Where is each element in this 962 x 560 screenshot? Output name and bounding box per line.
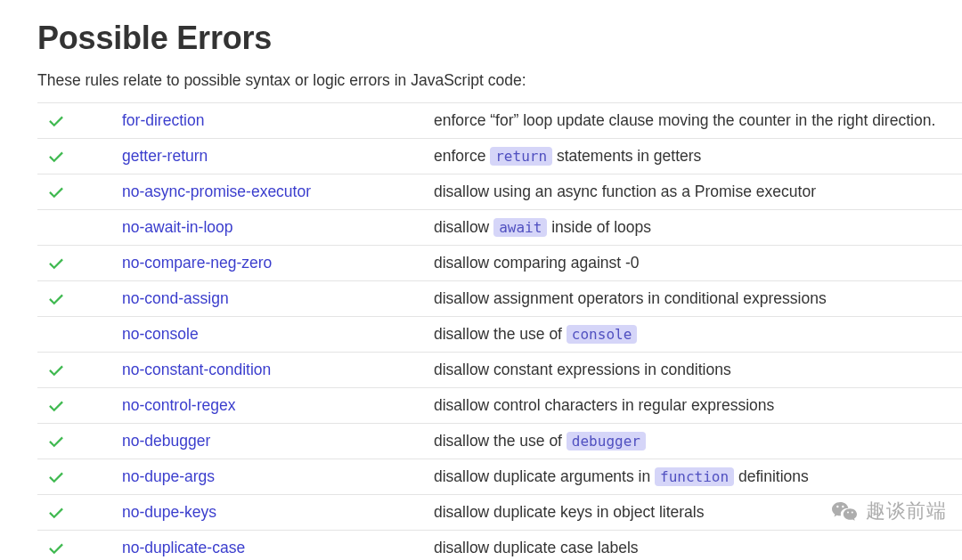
- rule-name-cell: no-console: [122, 317, 434, 353]
- check-icon: [48, 396, 64, 414]
- table-row: no-dupe-argsdisallow duplicate arguments…: [37, 459, 962, 495]
- recommended-cell: [37, 174, 122, 210]
- rule-description: disallow the use of console: [434, 317, 962, 353]
- rule-link[interactable]: no-dupe-args: [122, 467, 215, 485]
- code-keyword: await: [493, 218, 547, 237]
- recommended-cell: [37, 210, 122, 246]
- rule-link[interactable]: no-duplicate-case: [122, 539, 245, 556]
- check-icon: [48, 183, 64, 200]
- rule-link[interactable]: no-dupe-keys: [122, 503, 216, 521]
- code-keyword: function: [655, 467, 734, 486]
- rule-name-cell: no-async-promise-executor: [122, 174, 434, 210]
- rule-description: disallow duplicate arguments in function…: [434, 459, 962, 495]
- rule-description: enforce “for” loop update clause moving …: [434, 103, 962, 139]
- rules-table: for-directionenforce “for” loop update c…: [37, 102, 962, 560]
- rule-description: disallow comparing against -0: [434, 246, 962, 281]
- watermark-text: 趣谈前端: [866, 498, 946, 524]
- rule-name-cell: no-dupe-args: [122, 459, 434, 495]
- section-lead: These rules relate to possible syntax or…: [37, 71, 962, 90]
- recommended-cell: [37, 246, 122, 281]
- rule-description: enforce return statements in getters: [434, 139, 962, 174]
- rule-name-cell: for-direction: [122, 103, 434, 139]
- rule-name-cell: no-constant-condition: [122, 353, 434, 388]
- rule-link[interactable]: no-compare-neg-zero: [122, 254, 272, 272]
- table-row: no-compare-neg-zerodisallow comparing ag…: [37, 246, 962, 281]
- rule-link[interactable]: no-constant-condition: [122, 361, 271, 378]
- recommended-cell: [37, 495, 122, 531]
- rule-link[interactable]: no-console: [122, 325, 199, 343]
- check-icon: [48, 254, 64, 272]
- rule-link[interactable]: no-await-in-loop: [122, 218, 233, 236]
- table-row: no-duplicate-casedisallow duplicate case…: [37, 531, 962, 561]
- rule-description: disallow await inside of loops: [434, 210, 962, 246]
- rule-link[interactable]: no-debugger: [122, 432, 210, 450]
- watermark: 趣谈前端: [830, 497, 946, 525]
- rule-name-cell: no-await-in-loop: [122, 210, 434, 246]
- table-row: no-constant-conditiondisallow constant e…: [37, 353, 962, 388]
- recommended-cell: [37, 388, 122, 424]
- rule-description: disallow assignment operators in conditi…: [434, 281, 962, 317]
- rule-description: disallow duplicate case labels: [434, 531, 962, 561]
- code-keyword: return: [490, 147, 552, 166]
- rule-description: disallow the use of debugger: [434, 424, 962, 459]
- rule-link[interactable]: for-direction: [122, 111, 204, 129]
- recommended-cell: [37, 353, 122, 388]
- check-icon: [48, 361, 64, 378]
- rule-name-cell: no-compare-neg-zero: [122, 246, 434, 281]
- rule-description: disallow control characters in regular e…: [434, 388, 962, 424]
- recommended-cell: [37, 317, 122, 353]
- table-row: no-await-in-loopdisallow await inside of…: [37, 210, 962, 246]
- recommended-cell: [37, 424, 122, 459]
- rule-description: disallow constant expressions in conditi…: [434, 353, 962, 388]
- recommended-cell: [37, 103, 122, 139]
- recommended-cell: [37, 531, 122, 561]
- table-row: no-cond-assigndisallow assignment operat…: [37, 281, 962, 317]
- table-row: no-dupe-keysdisallow duplicate keys in o…: [37, 495, 962, 531]
- code-keyword: debugger: [567, 432, 646, 450]
- recommended-cell: [37, 281, 122, 317]
- page-heading: Possible Errors: [37, 20, 962, 57]
- rule-link[interactable]: no-control-regex: [122, 396, 235, 414]
- rule-name-cell: no-control-regex: [122, 388, 434, 424]
- rule-link[interactable]: no-async-promise-executor: [122, 183, 311, 200]
- rule-link[interactable]: getter-return: [122, 147, 208, 165]
- table-row: getter-returnenforce return statements i…: [37, 139, 962, 174]
- table-row: no-async-promise-executordisallow using …: [37, 174, 962, 210]
- check-icon: [48, 539, 64, 556]
- rule-name-cell: no-dupe-keys: [122, 495, 434, 531]
- rule-name-cell: getter-return: [122, 139, 434, 174]
- recommended-cell: [37, 459, 122, 495]
- rule-description: disallow using an async function as a Pr…: [434, 174, 962, 210]
- wechat-icon: [830, 497, 859, 525]
- check-icon: [48, 289, 64, 307]
- rule-link[interactable]: no-cond-assign: [122, 289, 229, 307]
- check-icon: [48, 111, 64, 129]
- check-icon: [48, 432, 64, 450]
- check-icon: [48, 147, 64, 165]
- rule-name-cell: no-cond-assign: [122, 281, 434, 317]
- table-row: no-consoledisallow the use of console: [37, 317, 962, 353]
- rule-name-cell: no-debugger: [122, 424, 434, 459]
- recommended-cell: [37, 139, 122, 174]
- code-keyword: console: [567, 325, 637, 344]
- check-icon: [48, 467, 64, 485]
- table-row: no-debuggerdisallow the use of debugger: [37, 424, 962, 459]
- table-row: for-directionenforce “for” loop update c…: [37, 103, 962, 139]
- check-icon: [48, 503, 64, 521]
- rule-name-cell: no-duplicate-case: [122, 531, 434, 561]
- table-row: no-control-regexdisallow control charact…: [37, 388, 962, 424]
